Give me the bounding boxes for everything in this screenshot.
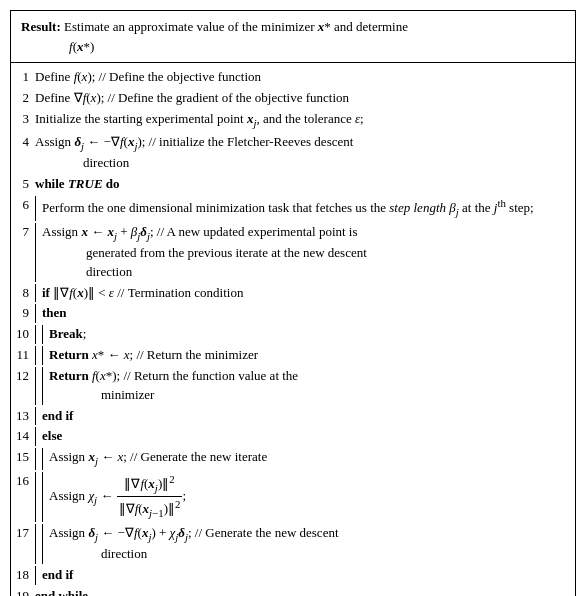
line-num-4: 4	[11, 133, 33, 152]
line-num-7: 7	[11, 223, 33, 242]
line-6-vbar: Perform the one dimensional minimization…	[33, 196, 575, 221]
line-content-9: then	[40, 304, 575, 323]
line-num-19: 19	[11, 587, 33, 596]
line-12-inner: Return f(x*); // Return the function val…	[40, 367, 575, 405]
line-num-10: 10	[11, 325, 33, 344]
line-content-3: Initialize the starting experimental poi…	[33, 110, 575, 131]
line-6: 6 Perform the one dimensional minimizati…	[11, 195, 575, 222]
line-17-vbar: Assign δj ← −∇f(xj) + χjδj; // Generate …	[33, 524, 575, 564]
line-8-vbar: if ‖∇f(x)‖ < ε // Termination condition	[33, 284, 575, 303]
line-14: 14 else	[11, 426, 575, 447]
line-num-11: 11	[11, 346, 33, 365]
line-10: 10 Break;	[11, 324, 575, 345]
line-num-6: 6	[11, 196, 33, 215]
line-num-16: 16	[11, 472, 33, 491]
line-13: 13 end if	[11, 406, 575, 427]
line-num-13: 13	[11, 407, 33, 426]
line-content-10: Break;	[47, 325, 575, 344]
line-num-12: 12	[11, 367, 33, 386]
line-content-2: Define ∇f(x); // Define the gradient of …	[33, 89, 575, 108]
vbar-17-inner	[42, 524, 43, 564]
line-17-inner: Assign δj ← −∇f(xj) + χjδj; // Generate …	[40, 524, 575, 564]
vbar-16-inner	[42, 472, 43, 522]
algorithm-box: Result: Estimate an approximate value of…	[10, 10, 576, 596]
line-num-15: 15	[11, 448, 33, 467]
vbar-16-outer	[35, 472, 36, 522]
line-14-vbar: else	[33, 427, 575, 446]
line-content-12: Return f(x*); // Return the function val…	[47, 367, 575, 405]
line-13-vbar: end if	[33, 407, 575, 426]
vbar-11-outer	[35, 346, 36, 365]
result-text: Estimate an approximate value of the min…	[64, 19, 408, 34]
line-content-14: else	[40, 427, 575, 446]
line-2: 2 Define ∇f(x); // Define the gradient o…	[11, 88, 575, 109]
line-content-13: end if	[40, 407, 575, 426]
vbar-12-outer	[35, 367, 36, 405]
line-17: 17 Assign δj ← −∇f(xj) + χjδj; // Genera…	[11, 523, 575, 565]
algo-body: 1 Define f(x); // Define the objective f…	[11, 63, 575, 596]
line-15-vbar: Assign xj ← x; // Generate the new itera…	[33, 448, 575, 469]
line-7: 7 Assign x ← xj + βjδj; // A new updated…	[11, 222, 575, 283]
vbar-11-inner	[42, 346, 43, 365]
result-header: Result: Estimate an approximate value of…	[11, 11, 575, 63]
line-16-vbar: Assign χj ← ‖∇f(xj)‖2 ‖∇f(xj−1)‖2 ;	[33, 472, 575, 522]
line-12: 12 Return f(x*); // Return the function …	[11, 366, 575, 406]
line-num-17: 17	[11, 524, 33, 543]
line-num-14: 14	[11, 427, 33, 446]
line-16: 16 Assign χj ← ‖∇f(xj)‖2 ‖∇f(xj−1)‖2 ;	[11, 471, 575, 523]
result-text-line2: f(x*)	[21, 37, 565, 57]
vbar-15-outer	[35, 448, 36, 469]
line-16-inner: Assign χj ← ‖∇f(xj)‖2 ‖∇f(xj−1)‖2 ;	[40, 472, 575, 522]
line-content-11: Return x* ← x; // Return the minimizer	[47, 346, 575, 365]
line-content-1: Define f(x); // Define the objective fun…	[33, 68, 575, 87]
line-num-2: 2	[11, 89, 33, 108]
line-3: 3 Initialize the starting experimental p…	[11, 109, 575, 132]
line-15: 15 Assign xj ← x; // Generate the new it…	[11, 447, 575, 470]
line-content-7: Assign x ← xj + βjδj; // A new updated e…	[40, 223, 575, 282]
vbar-13	[35, 407, 36, 426]
line-num-9: 9	[11, 304, 33, 323]
line-content-16: Assign χj ← ‖∇f(xj)‖2 ‖∇f(xj−1)‖2 ;	[47, 472, 575, 522]
vbar-10-inner	[42, 325, 43, 344]
vbar-10-outer	[35, 325, 36, 344]
line-content-17: Assign δj ← −∇f(xj) + χjδj; // Generate …	[47, 524, 575, 564]
vbar-15-inner	[42, 448, 43, 469]
line-11-inner: Return x* ← x; // Return the minimizer	[40, 346, 575, 365]
line-num-3: 3	[11, 110, 33, 129]
vbar-18	[35, 566, 36, 585]
line-1: 1 Define f(x); // Define the objective f…	[11, 67, 575, 88]
result-label: Result:	[21, 19, 61, 34]
line-18: 18 end if	[11, 565, 575, 586]
line-12-vbar: Return f(x*); // Return the function val…	[33, 367, 575, 405]
line-4: 4 Assign δj ← −∇f(xj); // initialize the…	[11, 132, 575, 174]
line-5: 5 while TRUE do	[11, 174, 575, 195]
line-content-5: while TRUE do	[33, 175, 575, 194]
line-18-vbar: end if	[33, 566, 575, 585]
line-num-18: 18	[11, 566, 33, 585]
line-num-8: 8	[11, 284, 33, 303]
line-10-inner: Break;	[40, 325, 575, 344]
line-15-inner: Assign xj ← x; // Generate the new itera…	[40, 448, 575, 469]
vbar-14	[35, 427, 36, 446]
line-num-1: 1	[11, 68, 33, 87]
vbar-9	[35, 304, 36, 323]
line-content-19: end while	[33, 587, 575, 596]
line-content-15: Assign xj ← x; // Generate the new itera…	[47, 448, 575, 469]
vbar-6	[35, 196, 36, 221]
vbar-12-inner	[42, 367, 43, 405]
line-10-vbar: Break;	[33, 325, 575, 344]
line-content-18: end if	[40, 566, 575, 585]
vbar-17-outer	[35, 524, 36, 564]
line-7-vbar: Assign x ← xj + βjδj; // A new updated e…	[33, 223, 575, 282]
line-9: 9 then	[11, 303, 575, 324]
line-content-4: Assign δj ← −∇f(xj); // initialize the F…	[33, 133, 575, 173]
vbar-7	[35, 223, 36, 282]
vbar-8	[35, 284, 36, 303]
line-11: 11 Return x* ← x; // Return the minimize…	[11, 345, 575, 366]
line-num-5: 5	[11, 175, 33, 194]
line-8: 8 if ‖∇f(x)‖ < ε // Termination conditio…	[11, 283, 575, 304]
line-content-6: Perform the one dimensional minimization…	[40, 196, 575, 221]
line-content-8: if ‖∇f(x)‖ < ε // Termination condition	[40, 284, 575, 303]
line-19: 19 end while	[11, 586, 575, 596]
line-11-vbar: Return x* ← x; // Return the minimizer	[33, 346, 575, 365]
